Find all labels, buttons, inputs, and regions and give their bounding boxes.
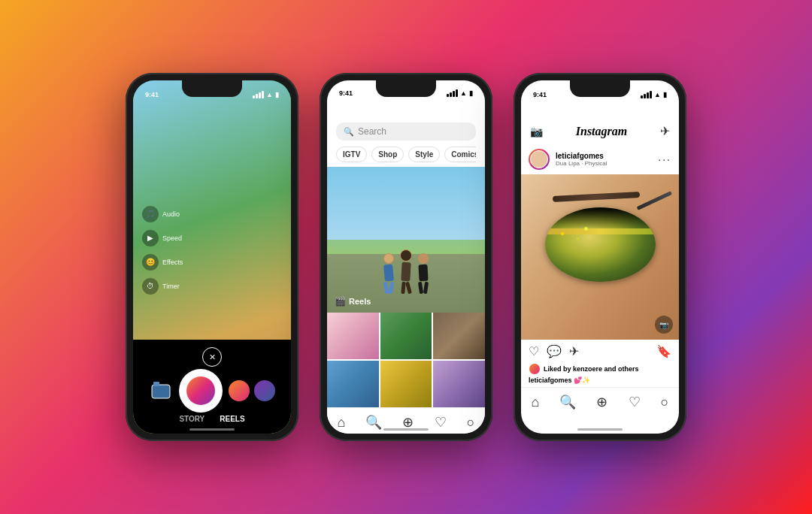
audio-icon: 🎵 bbox=[142, 206, 159, 222]
speed-label: Speed bbox=[162, 234, 182, 242]
gallery-button[interactable] bbox=[149, 379, 173, 403]
explore-grid bbox=[327, 313, 485, 407]
send-icon[interactable]: ✈ bbox=[660, 124, 670, 138]
bookmark-button[interactable]: 🔖 bbox=[656, 344, 671, 358]
camera-bottom: ✕ bbox=[133, 340, 291, 434]
wifi-icon: ▲ bbox=[266, 91, 273, 98]
home-indicator-3 bbox=[577, 428, 623, 431]
audio-label: Audio bbox=[162, 210, 180, 218]
post-image[interactable]: 📷 bbox=[521, 174, 679, 340]
grid-item-4[interactable] bbox=[327, 361, 379, 407]
effect-dot-1[interactable] bbox=[229, 380, 250, 401]
reels-label: 🎬 Reels bbox=[335, 296, 371, 307]
grid-item-1[interactable] bbox=[327, 313, 379, 359]
bottom-nav-3: ⌂ 🔍 ⊕ ♡ ○ bbox=[521, 387, 679, 413]
status-icons-2: ▲ ▮ bbox=[447, 89, 473, 97]
speed-tool[interactable]: ▶ Speed bbox=[142, 230, 183, 246]
home-nav-icon-3[interactable]: ⌂ bbox=[532, 395, 540, 410]
tab-comics[interactable]: Comics bbox=[444, 147, 476, 162]
tab-shop[interactable]: Shop bbox=[371, 147, 404, 162]
profile-nav-icon[interactable]: ○ bbox=[467, 415, 475, 431]
battery-icon-3: ▮ bbox=[663, 91, 667, 98]
discard-button[interactable]: ✕ bbox=[202, 347, 222, 367]
leg-r-1 bbox=[389, 282, 395, 295]
dancing-scene bbox=[327, 167, 485, 313]
reels-mode[interactable]: REELS bbox=[220, 415, 244, 423]
tab-style[interactable]: Style bbox=[408, 147, 440, 162]
effects-label: Effects bbox=[162, 259, 183, 266]
add-nav-icon-3[interactable]: ⊕ bbox=[596, 394, 607, 410]
notch-2 bbox=[376, 80, 436, 97]
signal-icon bbox=[253, 91, 264, 98]
glitter-2 bbox=[577, 237, 579, 240]
battery-icon-2: ▮ bbox=[469, 89, 473, 97]
post-more-button[interactable]: ··· bbox=[658, 153, 671, 165]
signal-icon-3 bbox=[641, 91, 652, 98]
camera-controls-row bbox=[133, 371, 291, 410]
shutter-button[interactable] bbox=[181, 371, 220, 410]
caption-emoji: 💕✨ bbox=[574, 376, 590, 384]
effects-icon: 😊 bbox=[142, 254, 159, 271]
like-button[interactable]: ♡ bbox=[529, 344, 539, 358]
post-username[interactable]: leticiafgomes bbox=[556, 152, 652, 160]
figure-2 bbox=[400, 249, 412, 294]
camera-header-icon[interactable]: 📷 bbox=[530, 125, 543, 138]
grid-item-2[interactable] bbox=[380, 313, 432, 359]
phone-camera: 9:41 ▲ ▮ ⚙ ⚡ ✕ 🎵 Audio ▶ Speed bbox=[126, 73, 298, 441]
reels-icon: 🎬 bbox=[335, 296, 346, 307]
audio-tool[interactable]: 🎵 Audio bbox=[142, 206, 183, 222]
story-mode[interactable]: STORY bbox=[179, 415, 205, 423]
search-bar[interactable]: 🔍 Search bbox=[336, 122, 476, 141]
search-nav-icon[interactable]: 🔍 bbox=[365, 414, 382, 431]
explore-header: 🔍 Search IGTV Shop Style Comics TV & Mov… bbox=[327, 100, 485, 167]
tab-igtv[interactable]: IGTV bbox=[336, 147, 367, 162]
share-button[interactable]: ✈ bbox=[569, 344, 579, 358]
grid-item-5[interactable] bbox=[380, 361, 432, 407]
body-2 bbox=[401, 262, 411, 282]
instagram-header: 📷 Instagram ✈ bbox=[521, 101, 679, 144]
search-placeholder-text: Search bbox=[358, 126, 386, 137]
search-nav-icon-3[interactable]: 🔍 bbox=[559, 394, 576, 410]
speed-icon: ▶ bbox=[142, 230, 159, 246]
camera-side-tools: 🎵 Audio ▶ Speed 😊 Effects ⏱ Timer bbox=[142, 206, 183, 295]
likes-avatar bbox=[529, 363, 541, 375]
likes-content: Liked by kenzoere and others bbox=[529, 363, 671, 375]
eye-element bbox=[545, 207, 656, 282]
signal-icon-2 bbox=[447, 89, 458, 97]
post-user-info: leticiafgomes Dua Lipa · Physical bbox=[556, 152, 652, 167]
grid-item-3[interactable] bbox=[433, 313, 485, 359]
timer-tool[interactable]: ⏱ Timer bbox=[142, 278, 183, 295]
leg-r-3 bbox=[423, 282, 429, 295]
explore-tabs: IGTV Shop Style Comics TV & Movie bbox=[336, 147, 476, 162]
reels-main-video[interactable]: 🎬 Reels bbox=[327, 167, 485, 313]
profile-nav-icon-3[interactable]: ○ bbox=[661, 395, 669, 410]
avatar-image bbox=[530, 150, 548, 168]
wifi-icon-3: ▲ bbox=[654, 91, 661, 98]
heart-nav-icon-3[interactable]: ♡ bbox=[629, 394, 641, 410]
head-3 bbox=[418, 253, 429, 264]
legs-2 bbox=[401, 282, 411, 294]
post-avatar[interactable] bbox=[529, 149, 550, 170]
dancing-figures bbox=[342, 249, 470, 294]
status-time-3: 9:41 bbox=[533, 91, 547, 98]
camera-overlay-button[interactable]: 📷 bbox=[655, 316, 673, 334]
camera-mode-row: STORY REELS bbox=[133, 415, 291, 423]
figure-3 bbox=[418, 253, 429, 294]
grid-item-6[interactable] bbox=[433, 361, 485, 407]
home-nav-icon[interactable]: ⌂ bbox=[338, 415, 346, 431]
phone-feed: 9:41 ▲ ▮ 📷 Instagram ✈ leticiafgomes bbox=[514, 73, 686, 441]
search-icon-2: 🔍 bbox=[344, 127, 354, 137]
effect-dot-2[interactable] bbox=[254, 380, 275, 401]
camera-effects-dots bbox=[229, 380, 275, 401]
reels-text: Reels bbox=[349, 297, 371, 306]
status-icons-1: ▲ ▮ bbox=[253, 91, 279, 98]
glitter-1 bbox=[561, 232, 564, 235]
comment-button[interactable]: 💬 bbox=[547, 344, 562, 358]
effects-tool[interactable]: 😊 Effects bbox=[142, 254, 183, 271]
heart-nav-icon[interactable]: ♡ bbox=[435, 414, 447, 431]
body-1 bbox=[383, 265, 394, 282]
svg-rect-1 bbox=[153, 382, 159, 386]
makeup-bg bbox=[521, 174, 679, 340]
sky bbox=[327, 167, 485, 240]
svg-rect-0 bbox=[152, 385, 170, 398]
